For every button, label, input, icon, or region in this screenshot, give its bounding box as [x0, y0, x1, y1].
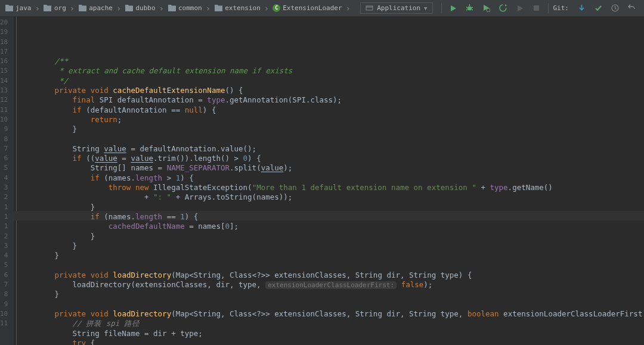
- svg-line-7: [472, 10, 473, 10]
- run-config-dropdown[interactable]: Application ▼: [360, 2, 432, 14]
- line-number: 19: [0, 27, 8, 37]
- line-number: 3: [0, 183, 8, 192]
- line-number: 14: [0, 76, 8, 86]
- line-number: 1: [0, 203, 8, 212]
- code-editor[interactable]: /** * extract and cache default extensio…: [14, 17, 644, 345]
- svg-point-8: [487, 8, 490, 12]
- git-revert-button[interactable]: [625, 2, 638, 15]
- breadcrumb-label: java: [16, 4, 32, 12]
- line-number: 4: [0, 173, 8, 183]
- clock-icon: [611, 4, 619, 12]
- breadcrumb-item-class[interactable]: C ExtensionLoader: [270, 3, 344, 13]
- line-number: 10: [0, 309, 8, 319]
- git-update-button[interactable]: [575, 2, 588, 15]
- refresh-play-icon: [499, 4, 507, 12]
- folder-icon: [214, 4, 222, 13]
- line-number: 20: [0, 18, 8, 27]
- line-number: 12: [0, 95, 8, 105]
- bug-icon: [466, 4, 473, 12]
- breadcrumb-separator: ›: [35, 4, 40, 13]
- arrow-down-icon: [578, 4, 586, 12]
- undo-icon: [628, 4, 636, 12]
- line-number: 16: [0, 57, 8, 66]
- line-number: 2: [0, 192, 8, 202]
- breadcrumb-item-apache[interactable]: apache: [76, 3, 115, 14]
- line-number: 6: [0, 154, 8, 163]
- svg-point-2: [467, 7, 472, 11]
- svg-rect-9: [534, 5, 539, 11]
- folder-icon: [78, 4, 86, 13]
- class-icon: C: [273, 4, 280, 12]
- code-text: /** * extract and cache default extensio…: [18, 47, 644, 345]
- toolbar-separator: [548, 3, 549, 14]
- line-number: 11: [0, 319, 8, 328]
- breadcrumb-separator: ›: [206, 4, 210, 13]
- toolbar-actions: Git:: [436, 2, 642, 15]
- line-number: 8: [0, 290, 8, 299]
- run-config-icon: [366, 4, 373, 12]
- breadcrumb-item-java[interactable]: java: [2, 3, 34, 14]
- folder-icon: [5, 4, 13, 13]
- shield-play-icon: [482, 4, 490, 12]
- line-number: 10: [0, 115, 8, 125]
- run-button[interactable]: [447, 2, 460, 15]
- breadcrumb-label: extension: [225, 4, 261, 12]
- svg-line-6: [466, 10, 467, 10]
- line-number: 1: [0, 212, 8, 222]
- line-number: 9: [0, 125, 8, 134]
- breadcrumb-separator: ›: [346, 4, 351, 13]
- line-number: 1: [0, 222, 8, 231]
- breadcrumb-label: org: [54, 4, 66, 12]
- profile-button[interactable]: [497, 2, 510, 15]
- dropdown-arrow-icon: ▼: [424, 5, 427, 11]
- line-number: 11: [0, 105, 8, 115]
- attach-button[interactable]: [513, 2, 527, 15]
- line-number: 17: [0, 47, 8, 57]
- line-number-gutter[interactable]: 20 19 18 17 16 15 14 13 12 11 10 9 8 7 6…: [0, 17, 14, 345]
- line-number: 4: [0, 251, 8, 260]
- breadcrumb-item-common[interactable]: common: [165, 3, 205, 14]
- breadcrumb-separator: ›: [116, 4, 121, 13]
- line-number: 5: [0, 260, 8, 270]
- breadcrumb-label: apache: [89, 4, 113, 12]
- breadcrumb-separator: ›: [70, 4, 75, 13]
- breadcrumb: java › org › apache › dubbo › common › e…: [2, 3, 357, 14]
- git-history-button[interactable]: [608, 2, 621, 15]
- breadcrumb-label: common: [178, 4, 202, 12]
- breadcrumb-item-dubbo[interactable]: dubbo: [122, 3, 157, 14]
- line-number: 18: [0, 38, 8, 47]
- breadcrumb-label: ExtensionLoader: [283, 4, 342, 12]
- svg-line-4: [466, 7, 467, 8]
- folder-icon: [44, 4, 52, 13]
- breadcrumb-separator: ›: [264, 4, 269, 13]
- breadcrumb-label: dubbo: [135, 4, 155, 12]
- stop-icon: [533, 5, 540, 11]
- line-number: 15: [0, 66, 8, 76]
- play-grey-icon: [516, 5, 524, 12]
- line-number: 8: [0, 135, 8, 144]
- checkmark-icon: [595, 4, 602, 12]
- git-label: Git:: [553, 4, 569, 12]
- play-icon: [450, 5, 457, 12]
- stop-button[interactable]: [530, 2, 543, 15]
- line-number: 6: [0, 271, 8, 280]
- line-number: 7: [0, 144, 8, 154]
- folder-icon: [168, 4, 176, 13]
- breadcrumb-separator: ›: [159, 4, 164, 13]
- breadcrumb-item-org[interactable]: org: [41, 3, 69, 14]
- line-number: 3: [0, 241, 8, 251]
- line-number: 13: [0, 86, 8, 95]
- line-number: 9: [0, 300, 8, 309]
- git-commit-button[interactable]: [592, 2, 605, 15]
- line-number: 5: [0, 163, 8, 173]
- svg-rect-0: [366, 6, 373, 10]
- toolbar: java › org › apache › dubbo › common › e…: [0, 0, 644, 17]
- line-number: 2: [0, 232, 8, 241]
- editor-area: 20 19 18 17 16 15 14 13 12 11 10 9 8 7 6…: [0, 17, 644, 345]
- debug-button[interactable]: [463, 2, 476, 15]
- folder-icon: [125, 4, 133, 13]
- breadcrumb-item-extension[interactable]: extension: [212, 3, 263, 14]
- toolbar-separator: [441, 3, 442, 14]
- coverage-button[interactable]: [480, 2, 493, 15]
- svg-line-5: [472, 7, 473, 8]
